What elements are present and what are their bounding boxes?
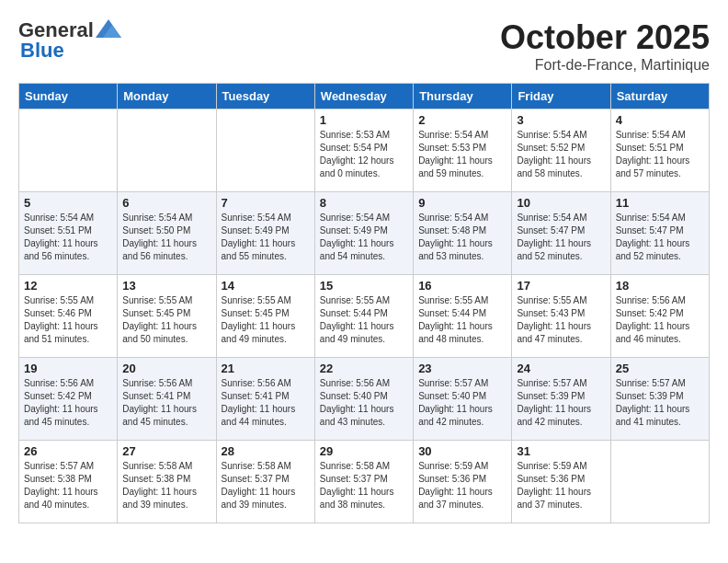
day-number: 7 — [222, 196, 310, 210]
calendar-day-7: 7Sunrise: 5:54 AM Sunset: 5:49 PM Daylig… — [216, 192, 314, 275]
day-number: 2 — [418, 113, 506, 127]
calendar-day-1: 1Sunrise: 5:53 AM Sunset: 5:54 PM Daylig… — [314, 109, 413, 192]
calendar-week-1: 1Sunrise: 5:53 AM Sunset: 5:54 PM Daylig… — [19, 109, 710, 192]
day-info: Sunrise: 5:57 AM Sunset: 5:38 PM Dayligh… — [24, 460, 112, 511]
day-info: Sunrise: 5:54 AM Sunset: 5:52 PM Dayligh… — [517, 129, 605, 180]
calendar-week-3: 12Sunrise: 5:55 AM Sunset: 5:46 PM Dayli… — [19, 275, 710, 358]
calendar-day-12: 12Sunrise: 5:55 AM Sunset: 5:46 PM Dayli… — [19, 275, 118, 358]
calendar-day-11: 11Sunrise: 5:54 AM Sunset: 5:47 PM Dayli… — [610, 192, 709, 275]
weekday-header-tuesday: Tuesday — [216, 84, 314, 109]
calendar-day-2: 2Sunrise: 5:54 AM Sunset: 5:53 PM Daylig… — [414, 109, 512, 192]
day-number: 21 — [222, 362, 310, 375]
weekday-header-sunday: Sunday — [19, 84, 118, 109]
calendar-day-6: 6Sunrise: 5:54 AM Sunset: 5:50 PM Daylig… — [118, 192, 216, 275]
calendar-day-14: 14Sunrise: 5:55 AM Sunset: 5:45 PM Dayli… — [216, 275, 314, 358]
day-info: Sunrise: 5:56 AM Sunset: 5:42 PM Dayligh… — [616, 294, 704, 346]
day-info: Sunrise: 5:54 AM Sunset: 5:51 PM Dayligh… — [24, 212, 112, 263]
day-number: 20 — [122, 362, 210, 375]
day-info: Sunrise: 5:56 AM Sunset: 5:41 PM Dayligh… — [122, 377, 210, 429]
day-number: 24 — [517, 362, 605, 375]
day-info: Sunrise: 5:54 AM Sunset: 5:50 PM Dayligh… — [122, 212, 210, 263]
calendar-empty-cell — [19, 109, 118, 192]
day-info: Sunrise: 5:54 AM Sunset: 5:51 PM Dayligh… — [616, 129, 704, 180]
calendar-week-2: 5Sunrise: 5:54 AM Sunset: 5:51 PM Daylig… — [19, 192, 710, 275]
calendar-day-24: 24Sunrise: 5:57 AM Sunset: 5:39 PM Dayli… — [512, 358, 610, 441]
day-info: Sunrise: 5:57 AM Sunset: 5:40 PM Dayligh… — [418, 377, 506, 429]
day-info: Sunrise: 5:55 AM Sunset: 5:43 PM Dayligh… — [517, 294, 605, 346]
day-number: 10 — [517, 196, 605, 210]
day-number: 3 — [517, 113, 605, 127]
logo-icon — [96, 19, 121, 38]
calendar-day-5: 5Sunrise: 5:54 AM Sunset: 5:51 PM Daylig… — [19, 192, 118, 275]
location: Fort-de-France, Martinique — [500, 57, 710, 74]
day-info: Sunrise: 5:55 AM Sunset: 5:44 PM Dayligh… — [320, 294, 408, 346]
calendar-day-15: 15Sunrise: 5:55 AM Sunset: 5:44 PM Dayli… — [314, 275, 413, 358]
weekday-header-wednesday: Wednesday — [314, 84, 413, 109]
day-info: Sunrise: 5:58 AM Sunset: 5:38 PM Dayligh… — [122, 460, 210, 511]
day-number: 23 — [418, 362, 506, 375]
day-number: 16 — [418, 279, 506, 293]
day-info: Sunrise: 5:59 AM Sunset: 5:36 PM Dayligh… — [418, 460, 506, 511]
day-info: Sunrise: 5:54 AM Sunset: 5:53 PM Dayligh… — [418, 129, 506, 180]
weekday-header-thursday: Thursday — [414, 84, 512, 109]
day-number: 13 — [122, 279, 210, 293]
day-info: Sunrise: 5:57 AM Sunset: 5:39 PM Dayligh… — [616, 377, 704, 429]
calendar-empty-cell — [610, 441, 709, 523]
calendar-day-27: 27Sunrise: 5:58 AM Sunset: 5:38 PM Dayli… — [118, 441, 216, 523]
calendar-day-30: 30Sunrise: 5:59 AM Sunset: 5:36 PM Dayli… — [414, 441, 512, 523]
day-info: Sunrise: 5:56 AM Sunset: 5:40 PM Dayligh… — [320, 377, 408, 429]
day-info: Sunrise: 5:58 AM Sunset: 5:37 PM Dayligh… — [222, 460, 310, 511]
calendar-day-28: 28Sunrise: 5:58 AM Sunset: 5:37 PM Dayli… — [216, 441, 314, 523]
day-number: 5 — [24, 196, 112, 210]
day-number: 29 — [320, 444, 408, 458]
day-number: 22 — [320, 362, 408, 375]
day-info: Sunrise: 5:54 AM Sunset: 5:49 PM Dayligh… — [222, 212, 310, 263]
day-number: 26 — [24, 444, 112, 458]
day-number: 27 — [122, 444, 210, 458]
calendar-day-3: 3Sunrise: 5:54 AM Sunset: 5:52 PM Daylig… — [512, 109, 610, 192]
page-header: General Blue October 2025 Fort-de-France… — [18, 18, 710, 74]
day-info: Sunrise: 5:54 AM Sunset: 5:47 PM Dayligh… — [616, 212, 704, 263]
calendar-day-20: 20Sunrise: 5:56 AM Sunset: 5:41 PM Dayli… — [118, 358, 216, 441]
calendar-body: 1Sunrise: 5:53 AM Sunset: 5:54 PM Daylig… — [19, 109, 710, 523]
day-info: Sunrise: 5:57 AM Sunset: 5:39 PM Dayligh… — [517, 377, 605, 429]
calendar-empty-cell — [118, 109, 216, 192]
calendar-week-5: 26Sunrise: 5:57 AM Sunset: 5:38 PM Dayli… — [19, 441, 710, 523]
day-number: 8 — [320, 196, 408, 210]
calendar-day-26: 26Sunrise: 5:57 AM Sunset: 5:38 PM Dayli… — [19, 441, 118, 523]
logo: General Blue — [18, 18, 121, 63]
day-number: 12 — [24, 279, 112, 293]
month-title: October 2025 — [500, 18, 710, 57]
calendar-day-9: 9Sunrise: 5:54 AM Sunset: 5:48 PM Daylig… — [414, 192, 512, 275]
weekday-header-friday: Friday — [512, 84, 610, 109]
day-info: Sunrise: 5:54 AM Sunset: 5:49 PM Dayligh… — [320, 212, 408, 263]
calendar-day-18: 18Sunrise: 5:56 AM Sunset: 5:42 PM Dayli… — [610, 275, 709, 358]
day-info: Sunrise: 5:54 AM Sunset: 5:47 PM Dayligh… — [517, 212, 605, 263]
calendar-week-4: 19Sunrise: 5:56 AM Sunset: 5:42 PM Dayli… — [19, 358, 710, 441]
calendar-day-10: 10Sunrise: 5:54 AM Sunset: 5:47 PM Dayli… — [512, 192, 610, 275]
calendar-day-23: 23Sunrise: 5:57 AM Sunset: 5:40 PM Dayli… — [414, 358, 512, 441]
day-info: Sunrise: 5:56 AM Sunset: 5:42 PM Dayligh… — [24, 377, 112, 429]
day-info: Sunrise: 5:53 AM Sunset: 5:54 PM Dayligh… — [320, 129, 408, 180]
day-number: 6 — [122, 196, 210, 210]
calendar-day-16: 16Sunrise: 5:55 AM Sunset: 5:44 PM Dayli… — [414, 275, 512, 358]
calendar-day-19: 19Sunrise: 5:56 AM Sunset: 5:42 PM Dayli… — [19, 358, 118, 441]
day-info: Sunrise: 5:59 AM Sunset: 5:36 PM Dayligh… — [517, 460, 605, 511]
day-number: 17 — [517, 279, 605, 293]
day-info: Sunrise: 5:55 AM Sunset: 5:45 PM Dayligh… — [122, 294, 210, 346]
calendar-day-17: 17Sunrise: 5:55 AM Sunset: 5:43 PM Dayli… — [512, 275, 610, 358]
day-number: 31 — [517, 444, 605, 458]
calendar-day-25: 25Sunrise: 5:57 AM Sunset: 5:39 PM Dayli… — [610, 358, 709, 441]
logo-blue-text: Blue — [20, 39, 64, 63]
calendar-day-8: 8Sunrise: 5:54 AM Sunset: 5:49 PM Daylig… — [314, 192, 413, 275]
weekday-header-monday: Monday — [118, 84, 216, 109]
day-number: 9 — [418, 196, 506, 210]
day-info: Sunrise: 5:55 AM Sunset: 5:46 PM Dayligh… — [24, 294, 112, 346]
day-info: Sunrise: 5:54 AM Sunset: 5:48 PM Dayligh… — [418, 212, 506, 263]
day-number: 14 — [222, 279, 310, 293]
title-block: October 2025 Fort-de-France, Martinique — [500, 18, 710, 74]
day-info: Sunrise: 5:58 AM Sunset: 5:37 PM Dayligh… — [320, 460, 408, 511]
weekday-header-row: SundayMondayTuesdayWednesdayThursdayFrid… — [19, 84, 710, 109]
calendar-table: SundayMondayTuesdayWednesdayThursdayFrid… — [18, 83, 710, 523]
calendar-day-29: 29Sunrise: 5:58 AM Sunset: 5:37 PM Dayli… — [314, 441, 413, 523]
